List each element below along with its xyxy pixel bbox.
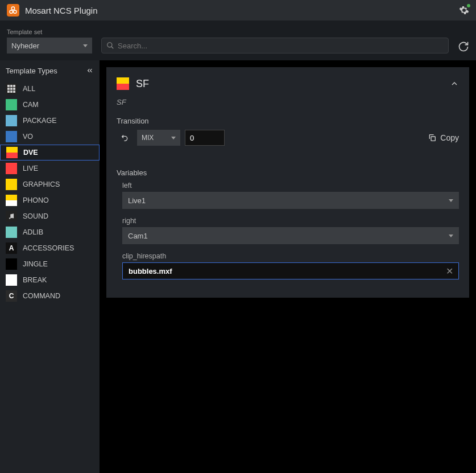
type-swatch-icon — [6, 211, 17, 222]
sidebar-item-label: SOUND — [23, 212, 48, 220]
svg-point-0 — [11, 7, 14, 10]
variable-label: left — [122, 182, 459, 190]
app-logo — [7, 4, 19, 17]
sidebar-item-label: VO — [23, 133, 33, 141]
chevron-down-icon — [83, 44, 88, 47]
type-swatch-icon — [6, 274, 17, 286]
template-panel: SF SF Transition MIX — [106, 67, 469, 298]
sidebar-title: Template Types — [6, 67, 57, 75]
type-swatch-icon: A — [6, 242, 17, 254]
search-icon — [106, 42, 114, 50]
variable-clip_hirespath-input-wrap: ✕ — [122, 262, 459, 279]
type-swatch-icon — [6, 147, 18, 158]
sidebar-item-label: GRAPHICS — [23, 180, 60, 188]
search-input[interactable] — [118, 42, 444, 50]
collapse-sidebar-button[interactable] — [86, 67, 94, 75]
settings-button[interactable] — [459, 5, 469, 15]
clear-button[interactable]: ✕ — [444, 265, 455, 277]
svg-point-2 — [14, 10, 16, 13]
variable-right-dropdown[interactable]: Cam1 — [122, 227, 459, 244]
copy-button[interactable]: Copy — [428, 133, 459, 142]
variable-right: rightCam1 — [122, 217, 459, 244]
svg-point-3 — [107, 43, 112, 47]
chevron-down-icon — [171, 137, 176, 139]
sidebar-item-label: JINGLE — [23, 260, 48, 268]
type-swatch-icon — [6, 83, 17, 94]
type-swatch-icon — [6, 179, 17, 190]
collapse-panel-button[interactable] — [450, 79, 459, 88]
transition-type-dropdown[interactable]: MIX — [137, 130, 180, 146]
sidebar-item-phono[interactable]: PHONO — [0, 192, 100, 208]
variable-left: leftLive1 — [122, 182, 459, 209]
variable-label: right — [122, 217, 459, 225]
refresh-icon — [458, 41, 469, 52]
svg-line-4 — [111, 47, 114, 49]
type-swatch-icon: C — [6, 290, 17, 302]
type-swatch-icon — [6, 115, 17, 126]
sidebar-item-vo[interactable]: VO — [0, 129, 100, 145]
variable-clip_hirespath-input[interactable] — [129, 267, 444, 275]
sidebar-item-label: PHONO — [23, 196, 49, 204]
chevron-double-left-icon — [86, 67, 94, 75]
sidebar-item-command[interactable]: CCOMMAND — [0, 288, 100, 304]
svg-point-6 — [13, 217, 14, 218]
svg-point-1 — [10, 10, 13, 13]
type-swatch-icon — [6, 131, 17, 142]
sidebar-item-dve[interactable]: DVE — [0, 145, 100, 161]
sidebar-item-label: COMMAND — [23, 292, 60, 300]
type-swatch-icon — [6, 163, 17, 174]
transition-type-value: MIX — [142, 134, 154, 142]
variable-value: Cam1 — [128, 232, 148, 240]
app-header: Mosart NCS Plugin — [0, 0, 476, 20]
sidebar-item-adlib[interactable]: ADLIB — [0, 224, 100, 240]
svg-rect-7 — [431, 137, 435, 141]
sidebar-item-cam[interactable]: CAM — [0, 97, 100, 113]
sidebar-item-sound[interactable]: SOUND — [0, 208, 100, 224]
chevron-up-icon — [450, 79, 459, 88]
sidebar: Template Types ALLCAMPACKAGEVODVELIVEGRA… — [0, 60, 100, 473]
type-swatch-icon — [6, 195, 17, 206]
sidebar-item-label: DVE — [23, 149, 38, 157]
sidebar-item-label: ACCESSORIES — [23, 244, 74, 252]
variables-label: Variables — [117, 168, 459, 177]
template-color-swatch — [117, 77, 129, 90]
transition-label: Transition — [117, 117, 459, 125]
sidebar-item-live[interactable]: LIVE — [0, 161, 100, 176]
toolbar: Template set Nyheder — [0, 20, 476, 60]
sidebar-item-label: PACKAGE — [23, 117, 57, 125]
search-field[interactable] — [101, 38, 449, 54]
sidebar-item-label: BREAK — [23, 276, 47, 284]
sidebar-item-package[interactable]: PACKAGE — [0, 113, 100, 129]
template-set-group: Template set Nyheder — [7, 28, 92, 54]
template-title: SF — [136, 78, 149, 90]
sidebar-item-break[interactable]: BREAK — [0, 272, 100, 288]
undo-button[interactable] — [117, 130, 133, 146]
variable-clip_hirespath: clip_hirespath✕ — [122, 252, 459, 279]
template-subtitle: SF — [117, 98, 459, 106]
sidebar-item-label: CAM — [23, 101, 39, 109]
app-title: Mosart NCS Plugin — [25, 6, 98, 15]
transition-value-input[interactable] — [185, 130, 225, 146]
status-indicator-icon — [467, 4, 470, 7]
chevron-down-icon — [449, 235, 453, 237]
type-swatch-icon — [6, 227, 17, 238]
content-area: SF SF Transition MIX — [100, 60, 476, 473]
variable-left-dropdown[interactable]: Live1 — [122, 192, 459, 209]
sidebar-item-accessories[interactable]: AACCESSORIES — [0, 240, 100, 256]
sidebar-item-jingle[interactable]: JINGLE — [0, 256, 100, 272]
refresh-button[interactable] — [458, 41, 469, 54]
variable-label: clip_hirespath — [122, 252, 459, 260]
sidebar-item-label: ALL — [23, 85, 35, 93]
template-set-label: Template set — [7, 28, 92, 35]
sidebar-item-graphics[interactable]: GRAPHICS — [0, 176, 100, 192]
sidebar-item-label: LIVE — [23, 164, 38, 172]
undo-icon — [120, 133, 129, 142]
variable-value: Live1 — [128, 196, 146, 205]
copy-icon — [428, 133, 437, 142]
search-group — [101, 29, 449, 54]
sidebar-header: Template Types — [0, 60, 100, 81]
svg-point-5 — [9, 217, 10, 219]
sidebar-item-all[interactable]: ALL — [0, 81, 100, 97]
template-set-dropdown[interactable]: Nyheder — [7, 38, 92, 54]
sidebar-item-label: ADLIB — [23, 228, 43, 236]
